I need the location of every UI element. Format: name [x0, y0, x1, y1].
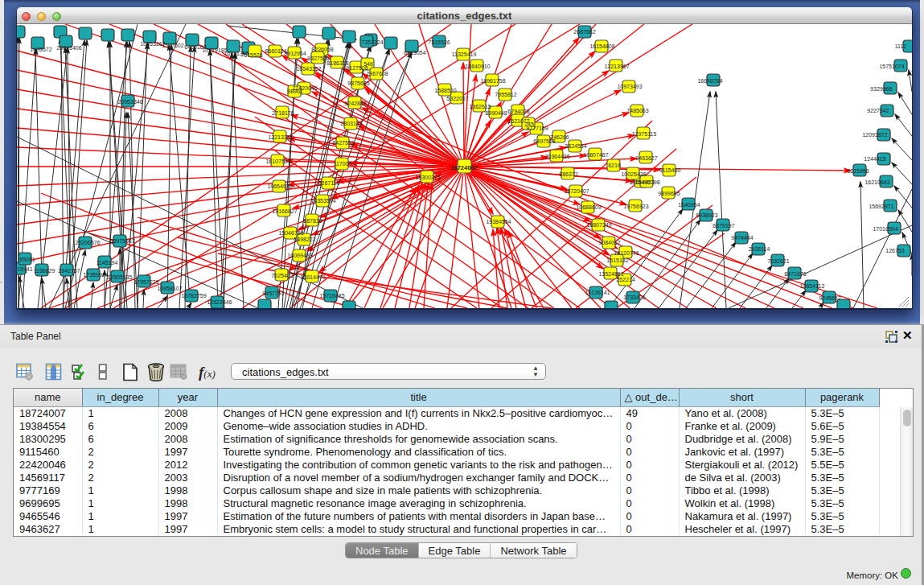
svg-text:20053346: 20053346 [117, 99, 142, 105]
svg-text:9329966: 9329966 [870, 86, 892, 92]
svg-text:17359924: 17359924 [83, 272, 108, 278]
svg-text:8427552: 8427552 [332, 140, 354, 146]
svg-text:7515526: 7515526 [240, 52, 262, 58]
svg-text:16107554: 16107554 [265, 159, 290, 164]
svg-text:10807487: 10807487 [583, 152, 608, 158]
svg-text:16120746: 16120746 [614, 250, 639, 256]
svg-text:7515526: 7515526 [428, 39, 450, 45]
svg-text:16210643: 16210643 [864, 179, 889, 185]
svg-text:7632621: 7632621 [767, 258, 789, 264]
svg-text:1640954: 1640954 [678, 202, 700, 208]
svg-text:16154808: 16154808 [589, 43, 614, 49]
svg-text:16648784: 16648784 [697, 78, 722, 84]
svg-text:587832: 587832 [303, 218, 322, 224]
svg-text:9457791: 9457791 [262, 290, 284, 296]
svg-text:252214: 252214 [616, 277, 634, 282]
svg-text:1527602: 1527602 [162, 43, 183, 48]
svg-text:14136141: 14136141 [585, 290, 610, 295]
svg-text:8990448: 8990448 [485, 110, 507, 116]
svg-text:17016504: 17016504 [873, 226, 897, 232]
svg-text:9463627: 9463627 [635, 155, 657, 161]
svg-text:1615132: 1615132 [606, 257, 628, 263]
svg-text:5322037: 5322037 [446, 96, 468, 101]
svg-text:7357224: 7357224 [361, 39, 383, 45]
svg-text:8215958: 8215958 [847, 168, 869, 174]
svg-text:20691406: 20691406 [56, 45, 81, 51]
svg-text:8813054: 8813054 [404, 50, 425, 56]
svg-text:7625402: 7625402 [271, 273, 293, 278]
svg-text:8226058: 8226058 [311, 47, 333, 52]
svg-text:12093872: 12093872 [862, 132, 887, 138]
svg-text:15046786: 15046786 [278, 230, 303, 236]
svg-text:16961758: 16961758 [480, 78, 505, 84]
svg-text:15692971: 15692971 [869, 204, 893, 209]
svg-text:98961: 98961 [287, 89, 303, 94]
svg-text:1112: 1112 [895, 43, 907, 49]
svg-text:9115460: 9115460 [659, 167, 681, 173]
svg-text:2687682: 2687682 [573, 29, 595, 35]
svg-text:3267110: 3267110 [318, 180, 340, 186]
svg-text:15495798: 15495798 [634, 179, 659, 185]
svg-text:2803144: 2803144 [340, 121, 362, 126]
svg-text:2942757: 2942757 [58, 268, 80, 274]
svg-text:7955812: 7955812 [495, 92, 516, 97]
svg-text:1405572: 1405572 [30, 47, 51, 52]
svg-text:8471676: 8471676 [784, 271, 806, 277]
svg-text:12213369: 12213369 [268, 134, 293, 140]
svg-text:20364436: 20364436 [544, 154, 569, 159]
svg-text:8912954: 8912954 [284, 51, 306, 56]
svg-text:11325419: 11325419 [452, 51, 477, 57]
svg-text:10654112: 10654112 [800, 283, 825, 289]
svg-text:16099489: 16099489 [287, 253, 312, 258]
svg-text:12213967: 12213967 [604, 64, 629, 69]
svg-text:19756923: 19756923 [623, 204, 648, 209]
svg-text:13524851: 13524851 [598, 271, 623, 277]
svg-text:19384554: 19384554 [486, 219, 511, 225]
svg-text:12975115: 12975115 [632, 131, 657, 137]
svg-text:18724007: 18724007 [450, 164, 477, 171]
svg-text:1588520: 1588520 [434, 88, 456, 93]
svg-text:12923446: 12923446 [207, 299, 232, 305]
svg-text:9245652: 9245652 [819, 295, 840, 301]
svg-text:20206576: 20206576 [75, 240, 100, 245]
svg-text:93975867: 93975867 [109, 238, 134, 244]
svg-text:1733426: 1733426 [623, 295, 645, 300]
svg-text:1362615: 1362615 [469, 104, 491, 109]
svg-text:17957225: 17957225 [133, 279, 158, 285]
svg-text:10025438: 10025438 [621, 171, 646, 177]
svg-text:9227342: 9227342 [867, 108, 889, 113]
svg-text:6794028: 6794028 [507, 109, 529, 114]
svg-text:10958107: 10958107 [157, 286, 182, 291]
svg-text:2935114: 2935114 [749, 246, 770, 252]
svg-text:16543362: 16543362 [296, 66, 321, 72]
svg-text:3915941: 3915941 [17, 266, 33, 272]
svg-text:1244415: 1244415 [864, 156, 885, 162]
svg-text:6879197: 6879197 [713, 223, 734, 229]
svg-text:6497568: 6497568 [533, 138, 555, 144]
svg-text:6216: 6216 [608, 163, 621, 168]
svg-text:117005: 117005 [334, 161, 352, 167]
svg-text:886372: 886372 [559, 171, 577, 177]
svg-text:10688609: 10688609 [576, 204, 601, 210]
svg-text:15751074: 15751074 [879, 64, 904, 69]
svg-text:9474444: 9474444 [731, 235, 753, 241]
svg-text:9242848: 9242848 [344, 101, 366, 106]
svg-text:15716485: 15716485 [319, 293, 344, 299]
svg-text:8938923: 8938923 [696, 212, 717, 218]
svg-text:85061: 85061 [19, 257, 35, 262]
svg-text:546: 546 [363, 61, 373, 67]
svg-text:15300275: 15300275 [415, 175, 440, 180]
svg-text:18640910: 18640910 [465, 64, 490, 69]
svg-text:7485063: 7485063 [626, 108, 648, 113]
svg-text:2718176: 2718176 [272, 110, 294, 116]
svg-text:5498222: 5498222 [294, 237, 315, 242]
svg-text:19654935: 19654935 [267, 183, 292, 189]
svg-text:16914479: 16914479 [300, 274, 325, 280]
svg-text:1145194: 1145194 [97, 260, 118, 266]
svg-text:126753: 126753 [885, 248, 904, 253]
svg-text:10973493: 10973493 [617, 84, 642, 89]
svg-text:14353594: 14353594 [310, 198, 335, 204]
svg-text:9899695: 9899695 [658, 191, 680, 196]
svg-text:12505135: 12505135 [107, 274, 132, 280]
svg-text:3824554: 3824554 [565, 143, 586, 149]
